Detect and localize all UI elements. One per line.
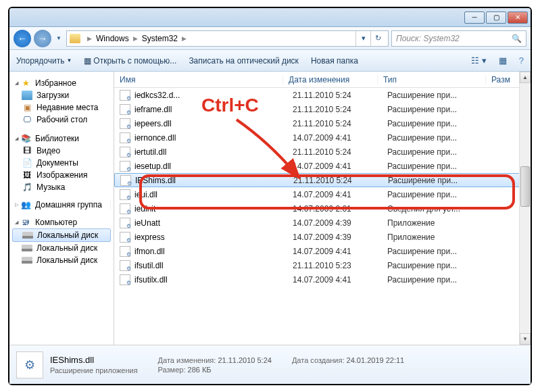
help-button[interactable]: ?	[519, 55, 524, 66]
file-row[interactable]: iernonce.dll14.07.2009 4:41Расширение пр…	[114, 130, 531, 145]
sidebar-item-recent[interactable]: ▣Недавние места	[12, 101, 111, 114]
file-row[interactable]: ieuinit14.07.2009 2:01Сведения для уст..…	[114, 201, 531, 216]
file-name: iepeers.dll	[134, 119, 293, 128]
file-row[interactable]: iedkcs32.d...21.11.2010 5:24Расширение п…	[114, 88, 531, 102]
file-row[interactable]: iesetup.dll14.07.2009 4:41Расширение при…	[114, 159, 531, 173]
file-icon	[120, 132, 130, 143]
file-row[interactable]: ifsutil.dll21.11.2010 5:23Расширение при…	[114, 258, 531, 272]
scroll-up-button[interactable]: ▲	[520, 72, 531, 83]
file-row[interactable]: ieui.dll14.07.2009 4:41Расширение при...	[114, 187, 531, 201]
file-row[interactable]: ifmon.dll14.07.2009 4:41Расширение при..…	[114, 244, 531, 258]
search-icon: 🔍	[512, 34, 522, 43]
file-row[interactable]: ieUnatt14.07.2009 4:39Приложение	[114, 216, 531, 230]
file-type: Расширение при...	[387, 91, 495, 100]
command-bar: Упорядочить ▼ ▦ Открыть с помощью... Зап…	[9, 50, 531, 72]
address-dropdown[interactable]: ▾	[355, 31, 370, 46]
organize-menu[interactable]: Упорядочить ▼	[16, 56, 72, 66]
file-icon	[120, 274, 130, 285]
scroll-down-button[interactable]: ▼	[520, 333, 531, 345]
file-icon	[120, 90, 130, 101]
folder-icon	[22, 91, 32, 100]
refresh-button[interactable]: ↻	[370, 31, 385, 46]
file-name: ieframe.dll	[134, 105, 293, 114]
close-button[interactable]: ✕	[508, 11, 528, 24]
music-icon: 🎵	[22, 182, 32, 192]
file-date: 14.07.2009 4:41	[293, 247, 387, 256]
new-folder-button[interactable]: Новая папка	[311, 56, 358, 66]
sidebar-favorites[interactable]: ★Избранное	[12, 77, 111, 89]
back-button[interactable]: ←	[14, 30, 31, 47]
maximize-button[interactable]: ▢	[486, 11, 506, 24]
breadcrumb-system32[interactable]: System32	[141, 34, 179, 43]
view-options-button[interactable]: ☷ ▾	[471, 55, 487, 66]
file-type: Расширение при...	[387, 105, 495, 114]
breadcrumb-windows[interactable]: Windows	[95, 34, 130, 43]
sidebar-item-desktop[interactable]: 🖵Рабочий стол	[12, 114, 111, 126]
drive-icon	[22, 257, 32, 264]
search-input[interactable]: Поиск: System32 🔍	[391, 30, 526, 47]
scroll-thumb[interactable]	[520, 166, 530, 207]
file-row[interactable]: iertutil.dll21.11.2010 5:24Расширение пр…	[114, 145, 531, 159]
file-date: 21.11.2010 5:24	[293, 176, 388, 185]
file-date: 14.07.2009 4:41	[293, 133, 387, 143]
sidebar-item-drive-d[interactable]: Локальный диск	[12, 242, 111, 254]
file-date: 14.07.2009 4:41	[293, 275, 387, 285]
nav-bar: ← → ▼ ▶ Windows ▶ System32 ▶ ▾ ↻ Поиск: …	[9, 27, 531, 50]
vertical-scrollbar[interactable]: ▲ ▼	[519, 72, 531, 345]
title-bar: ─ ▢ ✕	[9, 8, 531, 27]
column-type[interactable]: Тип	[378, 75, 486, 84]
file-type: Расширение при...	[388, 176, 496, 185]
sidebar-homegroup[interactable]: 👥Домашняя группа	[12, 200, 111, 210]
minimize-button[interactable]: ─	[464, 11, 485, 24]
sidebar-item-music[interactable]: 🎵Музыка	[12, 181, 111, 193]
file-date: 14.07.2009 4:41	[293, 190, 387, 199]
computer-icon: 🖳	[20, 218, 31, 227]
file-list-pane: Имя Дата изменения Тип Разм iedkcs32.d..…	[114, 72, 531, 345]
address-bar[interactable]: ▶ Windows ▶ System32 ▶ ▾ ↻	[66, 30, 389, 47]
file-date: 14.07.2009 4:39	[293, 218, 387, 228]
sidebar-item-videos[interactable]: 🎞Видео	[12, 145, 111, 157]
column-name[interactable]: Имя	[114, 75, 283, 84]
sidebar-item-drive-c[interactable]: Локальный диск	[12, 228, 111, 242]
file-icon	[120, 260, 130, 271]
file-row[interactable]: iexpress14.07.2009 4:39Приложение	[114, 230, 531, 244]
sidebar-item-pictures[interactable]: 🖼Изображения	[12, 169, 111, 181]
sidebar-computer[interactable]: 🖳Компьютер	[12, 216, 111, 228]
file-type: Расширение при...	[387, 147, 495, 157]
file-type: Расширение при...	[387, 261, 495, 270]
file-row[interactable]: iepeers.dll21.11.2010 5:24Расширение при…	[114, 116, 531, 130]
details-created-value: 24.01.2019 22:11	[347, 356, 405, 364]
file-row[interactable]: IEShims.dll21.11.2010 5:24Расширение при…	[114, 173, 531, 187]
navigation-pane: ★Избранное Загрузки ▣Недавние места 🖵Раб…	[9, 72, 114, 345]
file-date: 21.11.2010 5:23	[293, 261, 387, 270]
history-dropdown[interactable]: ▼	[54, 35, 64, 41]
file-row[interactable]: ifsutilx.dll14.07.2009 4:41Расширение пр…	[114, 272, 531, 287]
file-name: iesetup.dll	[134, 162, 293, 171]
file-type: Расширение при...	[387, 275, 495, 285]
file-icon	[120, 104, 130, 115]
file-name: iernonce.dll	[134, 133, 293, 143]
chevron-right-icon[interactable]: ▶	[179, 35, 189, 42]
file-date: 14.07.2009 4:39	[293, 232, 387, 242]
file-name: iertutil.dll	[134, 147, 293, 157]
preview-pane-button[interactable]: ▦	[499, 55, 507, 66]
open-with-button[interactable]: ▦ Открыть с помощью...	[84, 56, 176, 66]
details-modified-value: 21.11.2010 5:24	[218, 356, 272, 364]
file-row[interactable]: ieframe.dll21.11.2010 5:24Расширение при…	[114, 102, 531, 116]
file-icon	[120, 147, 130, 157]
chevron-right-icon[interactable]: ▶	[130, 35, 141, 42]
details-created-label: Дата создания:	[292, 356, 345, 364]
sidebar-item-documents[interactable]: 📄Документы	[12, 157, 111, 169]
explorer-window: ─ ▢ ✕ ← → ▼ ▶ Windows ▶ System32 ▶ ▾ ↻ П…	[8, 7, 532, 385]
star-icon: ★	[20, 78, 31, 88]
sidebar-libraries[interactable]: 📚Библиотеки	[12, 132, 111, 145]
file-type: Расширение при...	[387, 190, 495, 199]
search-placeholder: Поиск: System32	[396, 34, 460, 43]
drive-icon	[22, 232, 33, 239]
forward-button[interactable]: →	[34, 30, 51, 47]
chevron-right-icon[interactable]: ▶	[84, 35, 95, 42]
sidebar-item-drive-e[interactable]: Локальный диск	[12, 254, 111, 266]
burn-button[interactable]: Записать на оптический диск	[189, 56, 299, 66]
sidebar-item-downloads[interactable]: Загрузки	[12, 89, 111, 101]
column-date[interactable]: Дата изменения	[283, 75, 378, 84]
